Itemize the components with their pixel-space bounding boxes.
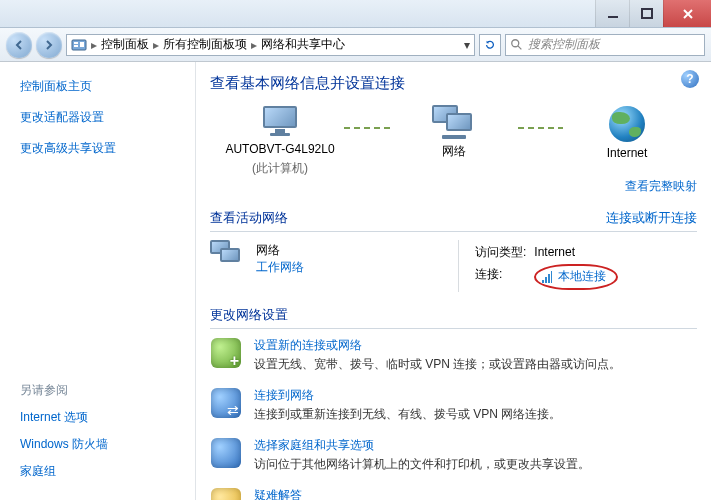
homegroup-icon [210, 437, 242, 469]
globe-icon [609, 106, 645, 142]
chevron-right-icon: ▸ [151, 38, 161, 52]
active-network-block: 网络 工作网络 访问类型: Internet 连接: 本 [210, 240, 697, 292]
breadcrumb-dropdown-icon[interactable]: ▾ [460, 38, 470, 52]
access-type-label: 访问类型: [475, 242, 532, 262]
settings-list: 设置新的连接或网络 设置无线、宽带、拨号、临时或 VPN 连接；或设置路由器或访… [210, 337, 697, 500]
window-minimize-button[interactable] [595, 0, 629, 27]
network-small-icon [210, 240, 244, 270]
network-map: AUTOBVT-G4L92L0 (此计算机) 网络 Internet [210, 101, 697, 182]
setting-title[interactable]: 选择家庭组和共享选项 [254, 437, 590, 454]
signal-icon [542, 271, 552, 283]
svg-rect-4 [74, 45, 78, 47]
breadcrumb-item[interactable]: 控制面板 [101, 36, 149, 53]
see-also-internet-options[interactable]: Internet 选项 [20, 409, 185, 426]
svg-rect-1 [642, 9, 652, 18]
setting-item-troubleshoot: 疑难解答 诊断并修复网络问题，或获得故障排除信息。 [210, 487, 697, 500]
setting-title[interactable]: 疑难解答 [254, 487, 494, 500]
active-network-name: 网络 [256, 243, 280, 257]
computer-sub: (此计算机) [252, 160, 308, 177]
sidebar: 控制面板主页 更改适配器设置 更改高级共享设置 另请参阅 Internet 选项… [0, 62, 196, 500]
breadcrumb[interactable]: ▸ 控制面板 ▸ 所有控制面板项 ▸ 网络和共享中心 ▾ [66, 34, 475, 56]
new-connection-icon [210, 337, 242, 369]
sidebar-home-link[interactable]: 控制面板主页 [20, 78, 185, 95]
connect-disconnect-link[interactable]: 连接或断开连接 [606, 209, 697, 227]
annotation-circle: 本地连接 [534, 264, 617, 290]
see-also-homegroup[interactable]: 家庭组 [20, 463, 185, 480]
change-settings-heading: 更改网络设置 [210, 306, 697, 329]
sidebar-item-advanced-sharing[interactable]: 更改高级共享设置 [20, 140, 185, 157]
connect-network-icon [210, 387, 242, 419]
see-also-windows-firewall[interactable]: Windows 防火墙 [20, 436, 185, 453]
chevron-right-icon: ▸ [249, 38, 259, 52]
map-node-computer[interactable]: AUTOBVT-G4L92L0 (此计算机) [220, 106, 340, 177]
search-placeholder: 搜索控制面板 [528, 36, 600, 53]
search-icon [510, 38, 524, 52]
svg-rect-0 [608, 16, 618, 18]
setting-item-homegroup-sharing: 选择家庭组和共享选项 访问位于其他网络计算机上的文件和打印机，或更改共享设置。 [210, 437, 697, 473]
refresh-button[interactable] [479, 34, 501, 56]
computer-icon [260, 106, 300, 138]
nav-back-button[interactable] [6, 32, 32, 58]
svg-rect-3 [74, 42, 78, 44]
svg-point-6 [512, 39, 519, 46]
control-panel-icon [71, 37, 87, 53]
access-type-value: Internet [534, 242, 623, 262]
sidebar-item-adapter-settings[interactable]: 更改适配器设置 [20, 109, 185, 126]
help-icon[interactable]: ? [681, 70, 699, 88]
breadcrumb-item[interactable]: 网络和共享中心 [261, 36, 345, 53]
toolbar: ▸ 控制面板 ▸ 所有控制面板项 ▸ 网络和共享中心 ▾ 搜索控制面板 [0, 28, 711, 62]
window-close-button[interactable] [663, 0, 711, 27]
nav-forward-button[interactable] [36, 32, 62, 58]
network-icon [432, 105, 476, 139]
search-input[interactable]: 搜索控制面板 [505, 34, 705, 56]
active-network-type-link[interactable]: 工作网络 [256, 260, 304, 274]
map-connector-line [518, 127, 564, 129]
window-maximize-button[interactable] [629, 0, 663, 27]
setting-desc: 访问位于其他网络计算机上的文件和打印机，或更改共享设置。 [254, 456, 590, 473]
map-node-network[interactable]: 网络 [394, 105, 514, 178]
see-also-heading: 另请参阅 [20, 382, 185, 399]
internet-label: Internet [607, 146, 648, 160]
setting-desc: 设置无线、宽带、拨号、临时或 VPN 连接；或设置路由器或访问点。 [254, 356, 621, 373]
setting-desc: 连接到或重新连接到无线、有线、拨号或 VPN 网络连接。 [254, 406, 561, 423]
page-title: 查看基本网络信息并设置连接 [210, 74, 697, 93]
local-connection-link[interactable]: 本地连接 [558, 269, 606, 283]
troubleshoot-icon [210, 487, 242, 500]
chevron-right-icon: ▸ [89, 38, 99, 52]
setting-title[interactable]: 设置新的连接或网络 [254, 337, 621, 354]
view-full-map-link[interactable]: 查看完整映射 [625, 179, 697, 193]
setting-item-connect-network: 连接到网络 连接到或重新连接到无线、有线、拨号或 VPN 网络连接。 [210, 387, 697, 423]
setting-item-new-connection: 设置新的连接或网络 设置无线、宽带、拨号、临时或 VPN 连接；或设置路由器或访… [210, 337, 697, 373]
network-label: 网络 [442, 143, 466, 160]
map-node-internet[interactable]: Internet [567, 106, 687, 178]
content-area: ? 查看基本网络信息并设置连接 AUTOBVT-G4L92L0 (此计算机) 网… [196, 62, 711, 500]
connection-label: 连接: [475, 264, 532, 290]
active-networks-heading: 查看活动网络 连接或断开连接 [210, 209, 697, 232]
computer-name: AUTOBVT-G4L92L0 [225, 142, 334, 156]
setting-title[interactable]: 连接到网络 [254, 387, 561, 404]
breadcrumb-item[interactable]: 所有控制面板项 [163, 36, 247, 53]
svg-rect-5 [80, 42, 84, 47]
map-connector-line [344, 127, 390, 129]
window-titlebar [0, 0, 711, 28]
